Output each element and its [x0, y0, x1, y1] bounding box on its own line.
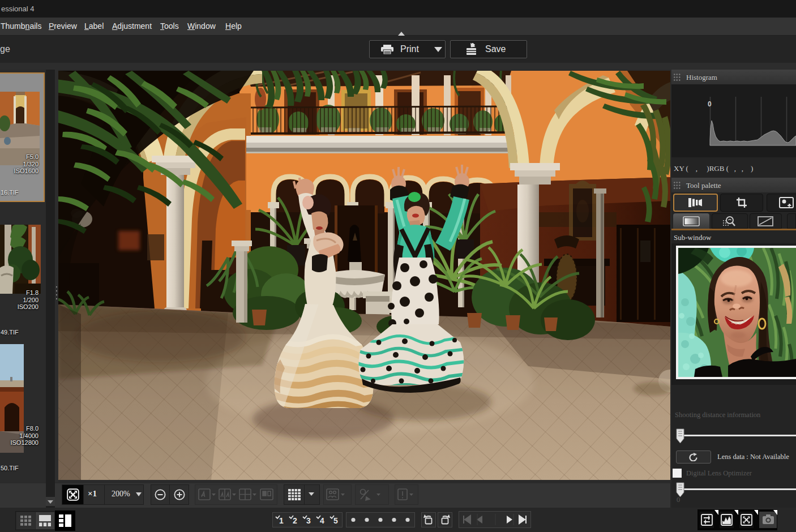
svg-text:2: 2 — [293, 516, 297, 525]
svg-text:3: 3 — [306, 516, 311, 525]
svg-text:1: 1 — [279, 516, 284, 525]
svg-text:5: 5 — [333, 516, 338, 525]
svg-text:4: 4 — [320, 516, 324, 525]
svg-text:0: 0 — [708, 100, 712, 108]
